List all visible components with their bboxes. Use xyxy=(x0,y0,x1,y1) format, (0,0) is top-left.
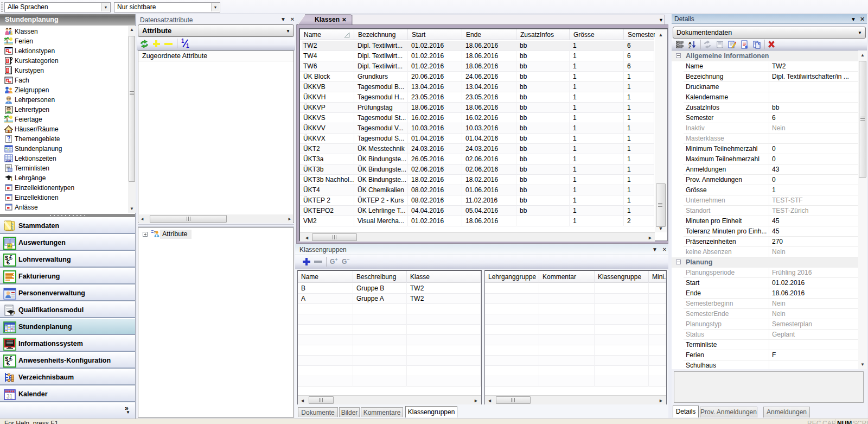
svg-text:1: 1 xyxy=(181,39,184,44)
svg-text:1: 1 xyxy=(186,43,189,48)
